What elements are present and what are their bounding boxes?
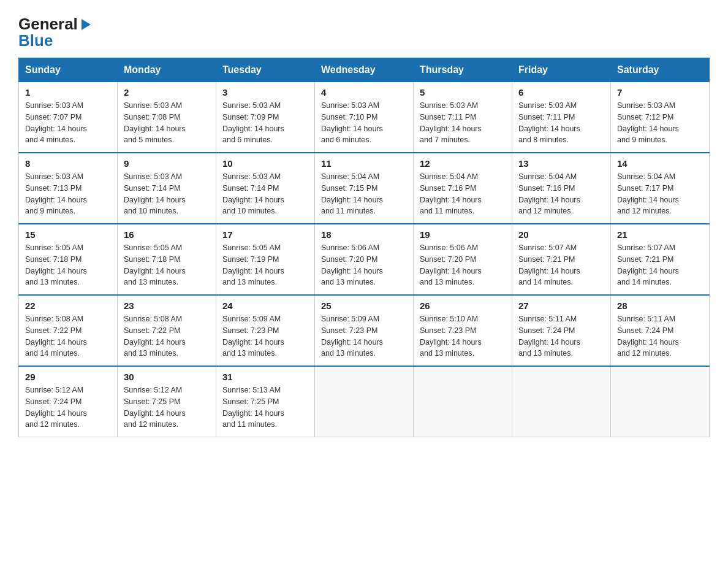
day-info: Sunrise: 5:12 AMSunset: 7:24 PMDaylight:… <box>25 385 111 431</box>
header-day-monday: Monday <box>118 58 216 82</box>
calendar-cell: 14Sunrise: 5:04 AMSunset: 7:17 PMDayligh… <box>611 153 710 224</box>
day-info: Sunrise: 5:04 AMSunset: 7:17 PMDaylight:… <box>617 171 703 217</box>
day-number: 6 <box>518 87 604 98</box>
day-info: Sunrise: 5:06 AMSunset: 7:20 PMDaylight:… <box>321 242 407 288</box>
day-info: Sunrise: 5:05 AMSunset: 7:19 PMDaylight:… <box>222 242 308 288</box>
calendar-cell: 15Sunrise: 5:05 AMSunset: 7:18 PMDayligh… <box>19 224 118 295</box>
header-day-friday: Friday <box>512 58 611 82</box>
calendar-cell: 9Sunrise: 5:03 AMSunset: 7:14 PMDaylight… <box>118 153 216 224</box>
svg-marker-0 <box>82 19 91 30</box>
day-number: 13 <box>518 158 604 169</box>
day-number: 24 <box>222 301 308 311</box>
day-number: 25 <box>321 301 407 311</box>
day-info: Sunrise: 5:03 AMSunset: 7:14 PMDaylight:… <box>222 171 308 217</box>
calendar-cell: 21Sunrise: 5:07 AMSunset: 7:21 PMDayligh… <box>611 224 710 295</box>
calendar-cell: 11Sunrise: 5:04 AMSunset: 7:15 PMDayligh… <box>315 153 414 224</box>
day-number: 1 <box>25 87 111 98</box>
day-info: Sunrise: 5:09 AMSunset: 7:23 PMDaylight:… <box>321 313 407 359</box>
calendar-week-4: 22Sunrise: 5:08 AMSunset: 7:22 PMDayligh… <box>19 295 710 366</box>
calendar-cell: 20Sunrise: 5:07 AMSunset: 7:21 PMDayligh… <box>512 224 611 295</box>
day-info: Sunrise: 5:03 AMSunset: 7:07 PMDaylight:… <box>25 100 111 146</box>
calendar-cell: 4Sunrise: 5:03 AMSunset: 7:10 PMDaylight… <box>315 82 414 153</box>
day-number: 23 <box>124 301 210 311</box>
day-info: Sunrise: 5:09 AMSunset: 7:23 PMDaylight:… <box>222 313 308 359</box>
day-number: 14 <box>617 158 703 169</box>
day-number: 12 <box>420 158 506 169</box>
calendar-cell <box>512 366 611 437</box>
calendar-cell: 30Sunrise: 5:12 AMSunset: 7:25 PMDayligh… <box>118 366 216 437</box>
day-info: Sunrise: 5:12 AMSunset: 7:25 PMDaylight:… <box>124 385 210 431</box>
day-info: Sunrise: 5:10 AMSunset: 7:23 PMDaylight:… <box>420 313 506 359</box>
day-info: Sunrise: 5:04 AMSunset: 7:16 PMDaylight:… <box>420 171 506 217</box>
day-info: Sunrise: 5:04 AMSunset: 7:15 PMDaylight:… <box>321 171 407 217</box>
calendar-cell: 16Sunrise: 5:05 AMSunset: 7:18 PMDayligh… <box>118 224 216 295</box>
day-info: Sunrise: 5:07 AMSunset: 7:21 PMDaylight:… <box>518 242 604 288</box>
calendar-cell: 28Sunrise: 5:11 AMSunset: 7:24 PMDayligh… <box>611 295 710 366</box>
header-day-tuesday: Tuesday <box>216 58 315 82</box>
day-info: Sunrise: 5:08 AMSunset: 7:22 PMDaylight:… <box>25 313 111 359</box>
day-info: Sunrise: 5:06 AMSunset: 7:20 PMDaylight:… <box>420 242 506 288</box>
calendar-cell: 29Sunrise: 5:12 AMSunset: 7:24 PMDayligh… <box>19 366 118 437</box>
calendar-cell: 3Sunrise: 5:03 AMSunset: 7:09 PMDaylight… <box>216 82 315 153</box>
calendar-cell: 8Sunrise: 5:03 AMSunset: 7:13 PMDaylight… <box>19 153 118 224</box>
day-info: Sunrise: 5:08 AMSunset: 7:22 PMDaylight:… <box>124 313 210 359</box>
day-info: Sunrise: 5:11 AMSunset: 7:24 PMDaylight:… <box>518 313 604 359</box>
calendar-cell: 27Sunrise: 5:11 AMSunset: 7:24 PMDayligh… <box>512 295 611 366</box>
day-number: 4 <box>321 87 407 98</box>
day-info: Sunrise: 5:03 AMSunset: 7:08 PMDaylight:… <box>124 100 210 146</box>
calendar-cell: 17Sunrise: 5:05 AMSunset: 7:19 PMDayligh… <box>216 224 315 295</box>
day-number: 3 <box>222 87 308 98</box>
calendar-cell: 5Sunrise: 5:03 AMSunset: 7:11 PMDaylight… <box>414 82 512 153</box>
day-number: 27 <box>518 301 604 311</box>
calendar-cell: 10Sunrise: 5:03 AMSunset: 7:14 PMDayligh… <box>216 153 315 224</box>
day-info: Sunrise: 5:05 AMSunset: 7:18 PMDaylight:… <box>124 242 210 288</box>
calendar-cell: 19Sunrise: 5:06 AMSunset: 7:20 PMDayligh… <box>414 224 512 295</box>
day-info: Sunrise: 5:03 AMSunset: 7:14 PMDaylight:… <box>124 171 210 217</box>
header-day-saturday: Saturday <box>611 58 710 82</box>
day-number: 11 <box>321 158 407 169</box>
day-number: 22 <box>25 301 111 311</box>
calendar-cell: 22Sunrise: 5:08 AMSunset: 7:22 PMDayligh… <box>19 295 118 366</box>
day-number: 18 <box>321 229 407 240</box>
day-number: 21 <box>617 229 703 240</box>
day-info: Sunrise: 5:13 AMSunset: 7:25 PMDaylight:… <box>222 385 308 431</box>
calendar-cell: 7Sunrise: 5:03 AMSunset: 7:12 PMDaylight… <box>611 82 710 153</box>
day-info: Sunrise: 5:03 AMSunset: 7:12 PMDaylight:… <box>617 100 703 146</box>
calendar-cell: 6Sunrise: 5:03 AMSunset: 7:11 PMDaylight… <box>512 82 611 153</box>
header-day-thursday: Thursday <box>414 58 512 82</box>
header-row: General Blue <box>18 15 710 50</box>
calendar-week-2: 8Sunrise: 5:03 AMSunset: 7:13 PMDaylight… <box>19 153 710 224</box>
calendar-cell: 23Sunrise: 5:08 AMSunset: 7:22 PMDayligh… <box>118 295 216 366</box>
day-info: Sunrise: 5:03 AMSunset: 7:11 PMDaylight:… <box>518 100 604 146</box>
day-number: 19 <box>420 229 506 240</box>
day-info: Sunrise: 5:11 AMSunset: 7:24 PMDaylight:… <box>617 313 703 359</box>
calendar-cell <box>611 366 710 437</box>
calendar-header: SundayMondayTuesdayWednesdayThursdayFrid… <box>19 58 710 82</box>
day-number: 31 <box>222 372 308 382</box>
day-info: Sunrise: 5:03 AMSunset: 7:10 PMDaylight:… <box>321 100 407 146</box>
calendar-cell: 31Sunrise: 5:13 AMSunset: 7:25 PMDayligh… <box>216 366 315 437</box>
calendar-cell: 2Sunrise: 5:03 AMSunset: 7:08 PMDaylight… <box>118 82 216 153</box>
day-info: Sunrise: 5:04 AMSunset: 7:16 PMDaylight:… <box>518 171 604 217</box>
header-day-sunday: Sunday <box>19 58 118 82</box>
day-info: Sunrise: 5:07 AMSunset: 7:21 PMDaylight:… <box>617 242 703 288</box>
calendar-cell: 24Sunrise: 5:09 AMSunset: 7:23 PMDayligh… <box>216 295 315 366</box>
calendar: SundayMondayTuesdayWednesdayThursdayFrid… <box>18 58 710 437</box>
calendar-body: 1Sunrise: 5:03 AMSunset: 7:07 PMDaylight… <box>19 82 710 437</box>
calendar-cell: 12Sunrise: 5:04 AMSunset: 7:16 PMDayligh… <box>414 153 512 224</box>
calendar-week-5: 29Sunrise: 5:12 AMSunset: 7:24 PMDayligh… <box>19 366 710 437</box>
day-info: Sunrise: 5:05 AMSunset: 7:18 PMDaylight:… <box>25 242 111 288</box>
page-wrapper: General Blue SundayMondayTuesdayWednesda… <box>0 0 728 450</box>
calendar-week-1: 1Sunrise: 5:03 AMSunset: 7:07 PMDaylight… <box>19 82 710 153</box>
day-number: 2 <box>124 87 210 98</box>
logo-arrow-icon <box>80 18 92 31</box>
day-number: 30 <box>124 372 210 382</box>
day-number: 16 <box>124 229 210 240</box>
day-number: 29 <box>25 372 111 382</box>
calendar-cell: 26Sunrise: 5:10 AMSunset: 7:23 PMDayligh… <box>414 295 512 366</box>
day-number: 26 <box>420 301 506 311</box>
day-number: 17 <box>222 229 308 240</box>
day-number: 15 <box>25 229 111 240</box>
day-number: 9 <box>124 158 210 169</box>
day-number: 20 <box>518 229 604 240</box>
